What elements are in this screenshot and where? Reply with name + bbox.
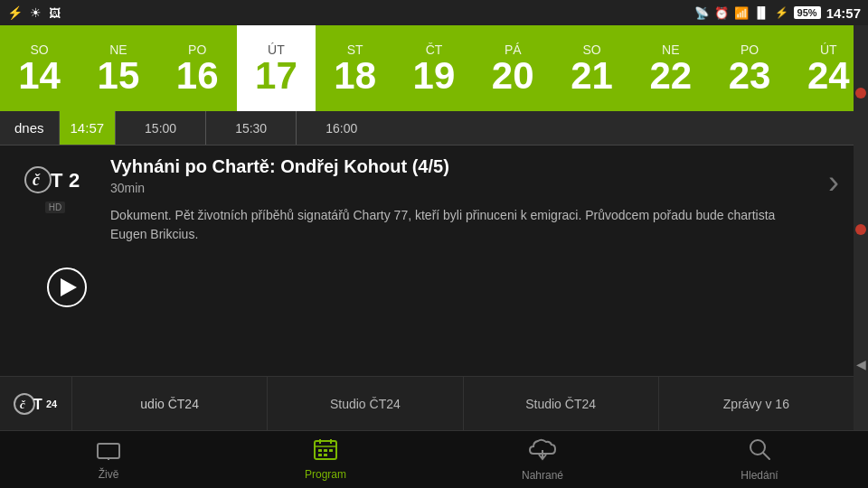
play-button[interactable] [47, 253, 87, 307]
svg-rect-15 [318, 449, 322, 452]
timeline-time-1600: 16:00 [296, 111, 386, 145]
svg-text:T: T [33, 397, 42, 412]
brightness-icon: ☀ [30, 5, 42, 20]
nav-label-search: Hledání [741, 469, 778, 482]
bottom-nav: Živě Program Nahrané [0, 430, 868, 488]
ct2-logo-svg: č T 2 [24, 160, 87, 200]
day-item-st18[interactable]: ST 18 [316, 25, 394, 111]
image-icon: 🖼 [49, 6, 61, 20]
day-item-so14[interactable]: SO 14 [0, 25, 79, 111]
timeline-time-1530: 15:30 [205, 111, 296, 145]
program-title: Vyhnáni po Chartě: Ondřej Kohout (4/5) [110, 156, 807, 177]
day-selector: SO 14 NE 15 PO 16 ÚT 17 ST 18 ČT 19 PÁ 2… [0, 25, 868, 111]
day-num-po16: 16 [176, 57, 219, 95]
timeline-times: 15:00 15:30 16:00 [115, 111, 868, 145]
svg-rect-16 [324, 449, 327, 452]
program-card: č T 2 HD Vyhnáni po Chartě: Ondřej Kohou… [0, 145, 868, 255]
wifi-icon: 📶 [734, 6, 749, 20]
nav-item-recorded[interactable]: Nahrané [434, 431, 651, 488]
charging-icon: ⚡ [775, 6, 788, 19]
svg-text:2: 2 [69, 169, 80, 192]
scroll-indicator-red [855, 88, 866, 99]
program-detail-arrow[interactable]: › [821, 156, 839, 202]
usb-icon: ⚡ [7, 5, 23, 20]
strip-logo-svg: č T 24 [14, 388, 59, 420]
day-num-ne22: 22 [649, 57, 692, 95]
tv-icon [96, 438, 121, 466]
strip-item-partial[interactable]: udio ČT24 [72, 377, 268, 430]
right-scroll-bar: ◀ [854, 25, 868, 430]
day-num-so14: 14 [18, 57, 61, 95]
strip-item-4[interactable]: Zprávy v 16 [659, 377, 854, 430]
svg-text:T: T [51, 169, 63, 192]
svg-line-22 [763, 453, 769, 459]
svg-rect-18 [318, 454, 322, 456]
channel-strip: č T 24 udio ČT24 Studio ČT24 Studio ČT24… [0, 376, 854, 430]
svg-rect-19 [324, 454, 327, 456]
svg-text:24: 24 [46, 399, 58, 409]
day-item-so21[interactable]: SO 21 [552, 25, 631, 111]
svg-rect-17 [329, 449, 333, 452]
alarm-icon: ⏰ [714, 6, 729, 20]
status-left-icons: ⚡ ☀ 🖼 [7, 5, 61, 20]
strip-item-2[interactable]: Studio ČT24 [268, 377, 463, 430]
day-item-po16[interactable]: PO 16 [158, 25, 237, 111]
day-item-pa20[interactable]: PÁ 20 [474, 25, 552, 111]
nav-label-live: Živě [99, 468, 119, 481]
day-num-pa20: 20 [492, 57, 534, 95]
cloud-download-icon [528, 437, 557, 467]
day-item-ct19[interactable]: ČT 19 [394, 25, 473, 111]
nav-label-program: Program [305, 468, 346, 481]
svg-text:č: č [33, 171, 41, 189]
day-num-ct19: 19 [413, 57, 456, 95]
timeline-current-time: 14:57 [60, 111, 116, 145]
day-item-ut17[interactable]: ÚT 17 [237, 25, 316, 111]
strip-item-3[interactable]: Studio ČT24 [464, 377, 659, 430]
play-icon [61, 278, 77, 296]
cast-icon: 📡 [694, 6, 709, 20]
day-num-ne15: 15 [98, 57, 140, 95]
program-duration: 30min [110, 181, 807, 195]
svg-text:č: č [20, 398, 26, 411]
day-item-ne22[interactable]: NE 22 [631, 25, 710, 111]
program-info: Vyhnáni po Chartě: Ondřej Kohout (4/5) 3… [96, 156, 821, 244]
day-item-ne15[interactable]: NE 15 [79, 25, 157, 111]
svg-rect-8 [98, 444, 119, 458]
strip-channel-logo: č T 24 [0, 377, 72, 430]
timeline: dnes 14:57 15:00 15:30 16:00 [0, 111, 868, 145]
day-num-so21: 21 [571, 57, 613, 95]
timeline-time-1500: 15:00 [115, 111, 205, 145]
status-right-icons: 📡 ⏰ 📶 ▐▌ ⚡ 95% 14:57 [694, 5, 861, 21]
channel-hd-badge: HD [45, 202, 65, 213]
program-description: Dokument. Pět životních příběhů signatář… [110, 206, 807, 244]
day-num-st18: 18 [334, 57, 376, 95]
day-num-ut17: 17 [255, 57, 297, 95]
status-time: 14:57 [826, 5, 861, 21]
scroll-arrow-down[interactable]: ◀ [856, 357, 866, 371]
nav-item-live[interactable]: Živě [0, 431, 217, 488]
nav-item-program[interactable]: Program [217, 431, 434, 488]
battery-level: 95% [794, 6, 821, 19]
day-item-po23[interactable]: PO 23 [710, 25, 788, 111]
channel-logo: č T 2 HD [14, 156, 96, 213]
timeline-dnes[interactable]: dnes [0, 111, 60, 145]
signal-icon: ▐▌ [754, 6, 769, 19]
scroll-indicator-red2 [855, 224, 866, 235]
day-num-ut24: 24 [807, 57, 850, 95]
status-bar: ⚡ ☀ 🖼 📡 ⏰ 📶 ▐▌ ⚡ 95% 14:57 [0, 0, 868, 25]
nav-label-recorded: Nahrané [522, 469, 563, 482]
day-num-po23: 23 [729, 57, 771, 95]
nav-item-search[interactable]: Hledání [651, 431, 868, 488]
calendar-icon [313, 438, 338, 466]
search-icon [748, 437, 771, 467]
